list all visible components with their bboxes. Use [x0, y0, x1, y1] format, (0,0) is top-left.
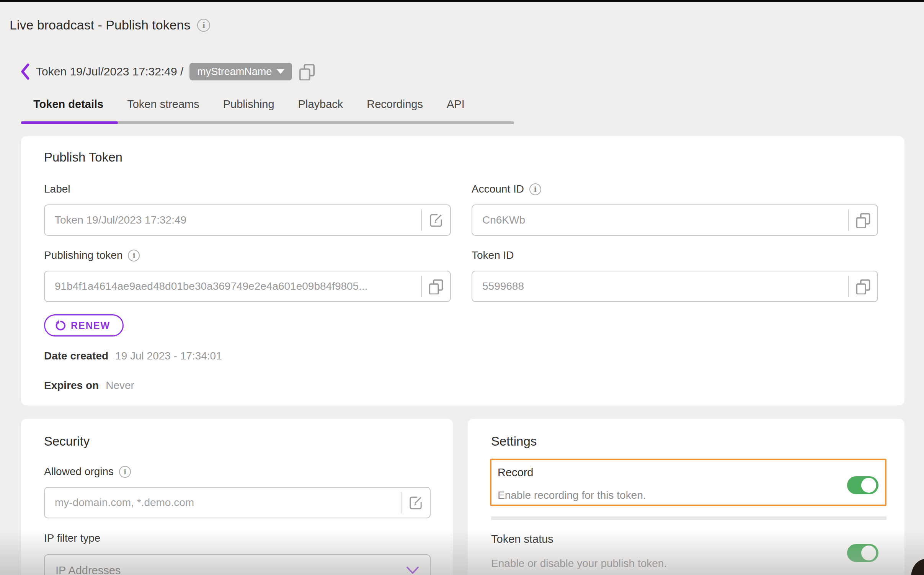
label-input[interactable]: Token 19/Jul/2023 17:32:49: [44, 204, 451, 236]
breadcrumb-token-label: Token 19/Jul/2023 17:32:49 /: [36, 65, 183, 78]
tab-publishing[interactable]: Publishing: [223, 98, 274, 111]
info-glyph: i: [124, 467, 126, 476]
date-created-label: Date created: [44, 350, 108, 362]
back-button[interactable]: [20, 64, 30, 80]
tab-underline-track: [21, 121, 514, 124]
token-status-description: Enable or disable your publish token.: [491, 557, 667, 570]
tab-bar: Token details Token streams Publishing P…: [33, 98, 465, 111]
account-id-label: Account ID: [472, 183, 524, 195]
renew-button[interactable]: RENEW: [44, 314, 124, 337]
expires-on-label: Expires on: [44, 379, 99, 392]
copy-icon: [855, 278, 871, 294]
copy-icon: [855, 212, 871, 228]
token-id-field-group: Token ID 5599688: [472, 249, 878, 302]
publishing-token-label: Publishing token: [44, 249, 122, 261]
corner-artifact: [911, 559, 924, 575]
info-glyph: i: [132, 251, 135, 260]
publishing-token-value: 91b4f1a4614ae9aed48d01be30a369749e2e4a60…: [45, 280, 421, 292]
settings-heading: Settings: [491, 434, 537, 449]
label-field-label: Label: [44, 183, 70, 195]
top-black-bar: [0, 0, 924, 2]
expires-on-value: Never: [106, 379, 134, 392]
copy-icon: [298, 63, 316, 80]
allowed-origins-input-box[interactable]: [44, 487, 431, 518]
security-heading: Security: [44, 434, 90, 449]
account-id-field-group: Account ID i Cn6KWb: [472, 183, 878, 236]
token-status-toggle[interactable]: [847, 544, 878, 562]
tab-token-details[interactable]: Token details: [33, 98, 103, 111]
record-description: Enable recording for this token.: [498, 489, 646, 501]
account-id-value: Cn6KWb: [472, 214, 848, 226]
tab-token-streams[interactable]: Token streams: [127, 98, 199, 111]
copy-publishing-token-button[interactable]: [422, 278, 450, 294]
renew-label: RENEW: [71, 320, 110, 331]
label-value: Token 19/Jul/2023 17:32:49: [45, 214, 421, 226]
edit-label-button[interactable]: [422, 212, 450, 228]
date-created-row: Date created 19 Jul 2023 - 17:34:01: [44, 350, 222, 362]
caret-down-icon: [277, 69, 284, 74]
publishing-token-input[interactable]: 91b4f1a4614ae9aed48d01be30a369749e2e4a60…: [44, 271, 451, 302]
edit-icon: [408, 495, 423, 510]
stream-name-label: myStreamName: [197, 66, 272, 78]
publishing-token-info-icon[interactable]: i: [128, 250, 140, 261]
publish-token-card: Publish Token Label Token 19/Jul/2023 17…: [21, 136, 904, 405]
copy-stream-name-button[interactable]: [298, 63, 316, 80]
token-id-value: 5599688: [472, 280, 848, 292]
tab-playback[interactable]: Playback: [298, 98, 343, 111]
date-created-value: 19 Jul 2023 - 17:34:01: [115, 350, 222, 362]
settings-divider: [491, 516, 886, 520]
ip-filter-type-label: IP filter type: [44, 532, 100, 544]
copy-account-id-button[interactable]: [849, 212, 877, 228]
account-id-input[interactable]: Cn6KWb: [472, 204, 878, 236]
allowed-origins-info-icon[interactable]: i: [119, 466, 131, 478]
edit-icon: [428, 212, 444, 228]
page-title-info-icon[interactable]: i: [197, 19, 210, 32]
security-card: Security Allowed orgins i: [21, 419, 453, 575]
ip-filter-type-select[interactable]: IP Addresses: [44, 554, 431, 575]
token-id-input[interactable]: 5599688: [472, 271, 878, 302]
breadcrumb: Token 19/Jul/2023 17:32:49 / myStreamNam…: [20, 62, 316, 81]
stream-name-dropdown[interactable]: myStreamName: [189, 63, 292, 80]
chevron-down-icon: [406, 566, 419, 575]
tab-recordings[interactable]: Recordings: [367, 98, 423, 111]
screen: Live broadcast - Publish tokens i Token …: [0, 0, 924, 575]
token-id-label: Token ID: [472, 249, 514, 261]
page-title-row: Live broadcast - Publish tokens i: [10, 18, 210, 33]
allowed-origins-field-group: Allowed orgins i: [44, 466, 431, 518]
info-glyph: i: [534, 185, 537, 193]
copy-icon: [428, 278, 444, 294]
publishing-token-field-group: Publishing token i 91b4f1a4614ae9aed48d0…: [44, 249, 451, 302]
allowed-origins-label: Allowed orgins: [44, 466, 114, 478]
record-toggle[interactable]: [847, 476, 878, 494]
label-field-group: Label Token 19/Jul/2023 17:32:49: [44, 183, 451, 236]
renew-icon: [54, 320, 66, 331]
settings-card: Settings Record Enable recording for thi…: [468, 419, 904, 575]
tab-api[interactable]: API: [447, 98, 465, 111]
record-setting-highlight-box: Record Enable recording for this token.: [490, 459, 886, 506]
edit-allowed-origins-button[interactable]: [402, 495, 430, 510]
token-status-label: Token status: [491, 533, 553, 546]
account-id-info-icon[interactable]: i: [529, 183, 541, 195]
active-tab-underline: [21, 121, 118, 124]
ip-filter-type-value: IP Addresses: [56, 564, 121, 575]
allowed-origins-input[interactable]: [45, 497, 401, 509]
page-title: Live broadcast - Publish tokens: [10, 18, 190, 33]
copy-token-id-button[interactable]: [849, 278, 877, 294]
expires-on-row: Expires on Never: [44, 379, 134, 392]
publish-token-heading: Publish Token: [44, 150, 122, 165]
chevron-left-icon: [20, 64, 30, 80]
record-label: Record: [498, 466, 534, 479]
info-glyph: i: [202, 20, 205, 30]
